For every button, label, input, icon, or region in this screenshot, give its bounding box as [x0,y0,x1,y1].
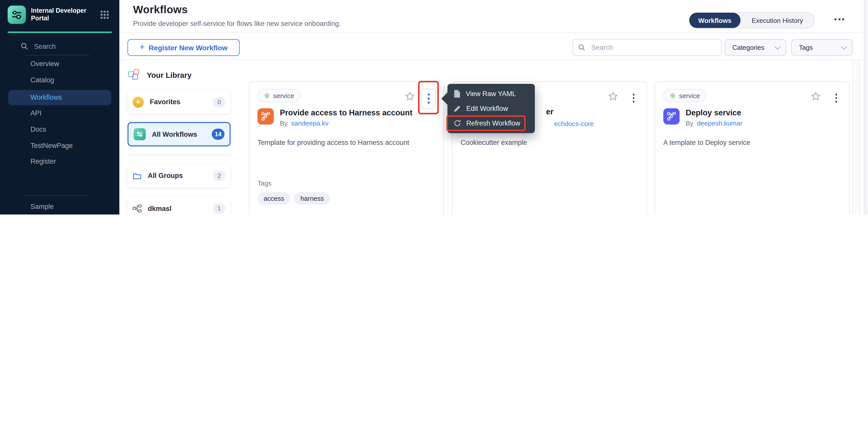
count-badge: 1 [213,203,225,213]
kind-chip-label: service [679,92,700,99]
library-item-favorites[interactable]: ★ Favorites 0 [127,90,230,114]
tag-chip: access [257,192,290,205]
workflow-type-icon [663,108,680,124]
sidebar: Internal Developer Portal Search Overvie… [0,0,119,214]
brand: Internal Developer Portal [8,6,91,24]
owner-link[interactable]: sandeepa.kv [291,119,328,127]
menu-item-label: Refresh Workflow [466,119,520,127]
view-toggle: Workflows Execution History [689,12,815,28]
card-title: Provide access to Harness account [280,107,434,118]
brand-title: Internal Developer Portal [31,7,91,22]
window-scrollbar[interactable] [864,0,868,214]
library-item-label: dkmasl [148,205,213,212]
library-item-dkmasl[interactable]: dkmasl 1 [127,196,230,214]
pencil-icon [454,105,461,112]
group-icon [132,204,142,212]
sidebar-item-api[interactable]: API [30,109,42,117]
page-title: Workflows [133,4,188,16]
card-description: Template for providing access to Harness… [257,138,435,148]
tab-workflows[interactable]: Workflows [689,13,741,28]
sidebar-divider [24,195,89,196]
header-divider [119,32,868,33]
kind-chip-label: service [273,92,294,99]
kind-chip: service [663,89,706,102]
library-item-all-workflows[interactable]: All Workflows 14 [127,122,230,146]
library-cubes-icon [128,68,140,81]
search-icon [578,44,586,51]
tags-label: Tags [257,179,272,187]
brand-underline [8,31,112,33]
tags-dropdown-label: Tags [799,44,813,51]
tag-chip: harness [294,192,330,205]
workflows-icon [133,128,146,140]
count-badge: 14 [212,128,224,140]
tags-dropdown[interactable]: Tags [791,39,853,56]
card-title: Deploy service [686,107,840,118]
toolbar-divider [119,59,868,60]
categories-dropdown-label: Categories [733,44,765,51]
sidebar-item-sample[interactable]: Sample [30,203,54,210]
main-area: Workflows Provide developer self-service… [119,0,868,214]
menu-item-view-raw-yaml[interactable]: View Raw YAML [447,86,535,101]
card-context-menu: View Raw YAML Edit Workflow Refresh Work… [447,84,535,133]
owner-link-fragment[interactable]: echdocs-core [554,120,594,127]
card-menu-kebab-button-active[interactable] [421,88,436,109]
app-logo-icon [8,6,26,24]
library-item-label: All Workflows [152,131,212,138]
categories-dropdown[interactable]: Categories [725,39,786,56]
plus-icon: + [140,42,145,52]
refresh-icon [454,119,461,127]
tab-execution-history[interactable]: Execution History [741,13,814,28]
favorite-star-icon[interactable] [608,91,618,102]
chevron-down-icon [841,44,847,50]
sidebar-search-label: Search [34,42,56,50]
service-gear-icon [264,92,270,99]
card-menu-kebab-icon[interactable] [631,92,636,104]
sidebar-item-overview[interactable]: Overview [30,60,59,67]
workflow-card[interactable]: service Provide access to Harness accoun… [249,81,444,214]
service-gear-icon [670,92,676,99]
library-item-all-groups[interactable]: All Groups 2 [127,164,230,188]
card-menu-kebab-icon[interactable] [834,92,838,104]
workflow-card[interactable]: service Deploy service Bydeepesh.kumar [655,81,850,214]
menu-item-label: Edit Workflow [466,105,508,112]
menu-item-refresh-workflow[interactable]: Refresh Workflow [447,116,535,131]
app-grid-icon[interactable] [100,11,109,19]
library-divider [127,154,230,155]
sidebar-item-workflows[interactable]: Workflows [8,90,111,105]
sidebar-item-testnewpage[interactable]: TestNewPage [30,142,73,149]
content-scrollbar-track [852,60,860,214]
menu-item-edit-workflow[interactable]: Edit Workflow [447,101,535,116]
workflow-search [572,39,722,56]
library-header: Your Library [128,68,191,81]
sidebar-item-workflows-label: Workflows [30,93,62,101]
folder-icon [132,172,142,180]
header-more-button[interactable] [835,18,844,20]
card-description: A template to Deploy service [663,138,841,148]
card-byline: Bydeepesh.kumar [686,119,840,127]
tag-list: access harness [257,192,330,205]
sidebar-item-docs[interactable]: Docs [30,125,46,133]
card-byline: Bysandeepa.kv [280,119,434,127]
page-subtitle: Provide developer self-service for flows… [133,20,341,27]
star-icon: ★ [132,96,144,108]
library-item-label: All Groups [148,172,213,179]
chevron-down-icon [775,44,781,50]
favorite-star-icon[interactable] [405,91,415,102]
count-badge: 2 [213,171,225,181]
register-new-workflow-label: Register New Workflow [149,44,228,52]
search-input[interactable] [590,43,716,52]
register-new-workflow-button[interactable]: + Register New Workflow [127,39,240,56]
sidebar-item-catalog[interactable]: Catalog [30,76,54,84]
sidebar-search[interactable]: Search [20,42,56,50]
app-window: Internal Developer Portal Search Overvie… [0,0,868,214]
library-item-label: Favorites [150,98,213,106]
sidebar-item-register[interactable]: Register [30,158,56,165]
menu-item-label: View Raw YAML [466,90,516,97]
owner-link[interactable]: deepesh.kumar [697,119,742,127]
context-menu-beak [441,92,448,105]
favorite-star-icon[interactable] [811,91,821,102]
workflow-type-icon [257,108,274,124]
kind-chip: service [257,89,300,102]
card-description: Cookiecutter example [461,138,639,148]
